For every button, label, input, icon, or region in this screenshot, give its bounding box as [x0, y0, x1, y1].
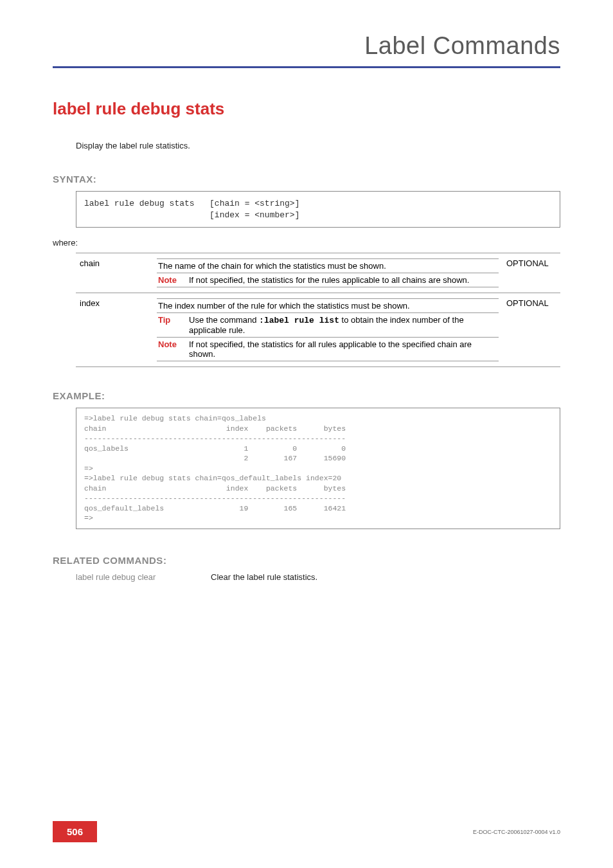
param-inner-table: The name of the chain for which the stat… — [157, 258, 499, 287]
related-heading: RELATED COMMANDS: — [53, 555, 560, 566]
param-name: index — [76, 293, 153, 367]
note-label: Note — [158, 339, 183, 349]
page-header: Label Commands — [53, 32, 560, 68]
related-cmd: label rule debug clear — [76, 572, 211, 582]
tip-text: Use the command :label rule list to obta… — [188, 313, 499, 338]
param-row-chain: chain The name of the chain for which th… — [76, 253, 560, 293]
tip-cmd: :label rule list — [259, 316, 339, 325]
related-row: label rule debug clear Clear the label r… — [76, 572, 560, 582]
doc-id: E-DOC-CTC-20061027-0004 v1.0 — [473, 829, 560, 835]
syntax-heading: SYNTAX: — [53, 174, 560, 185]
page-content: Label Commands label rule debug stats Di… — [0, 0, 613, 582]
param-optional: OPTIONAL — [502, 253, 560, 293]
page-number: 506 — [53, 821, 97, 842]
note-text: If not specified, the statistics for all… — [188, 338, 499, 361]
tip-pre: Use the command — [189, 315, 259, 325]
param-desc: The index number of the rule for which t… — [157, 299, 499, 313]
page-footer: 506 E-DOC-CTC-20061027-0004 v1.0 — [0, 821, 613, 842]
parameter-table: chain The name of the chain for which th… — [76, 253, 560, 367]
param-desc: The name of the chain for which the stat… — [157, 259, 499, 273]
header-title: Label Commands — [364, 32, 560, 59]
note-text: If not specified, the statistics for the… — [188, 273, 499, 287]
example-box: =>label rule debug stats chain=qos_label… — [76, 408, 560, 529]
command-title: label rule debug stats — [53, 99, 560, 119]
param-optional: OPTIONAL — [502, 293, 560, 367]
where-label: where: — [53, 238, 560, 248]
note-label: Note — [158, 275, 183, 285]
param-name: chain — [76, 253, 153, 293]
param-row-index: index The index number of the rule for w… — [76, 293, 560, 367]
related-commands: label rule debug clear Clear the label r… — [76, 572, 560, 582]
related-desc: Clear the label rule statistics. — [211, 572, 317, 582]
param-inner-table: The index number of the rule for which t… — [157, 298, 499, 361]
tip-label: Tip — [158, 315, 177, 325]
syntax-box: label rule debug stats [chain = <string>… — [76, 191, 560, 228]
param-desc-cell: The name of the chain for which the stat… — [153, 253, 502, 293]
command-description: Display the label rule statistics. — [76, 141, 560, 150]
param-desc-cell: The index number of the rule for which t… — [153, 293, 502, 367]
example-heading: EXAMPLE: — [53, 390, 560, 401]
